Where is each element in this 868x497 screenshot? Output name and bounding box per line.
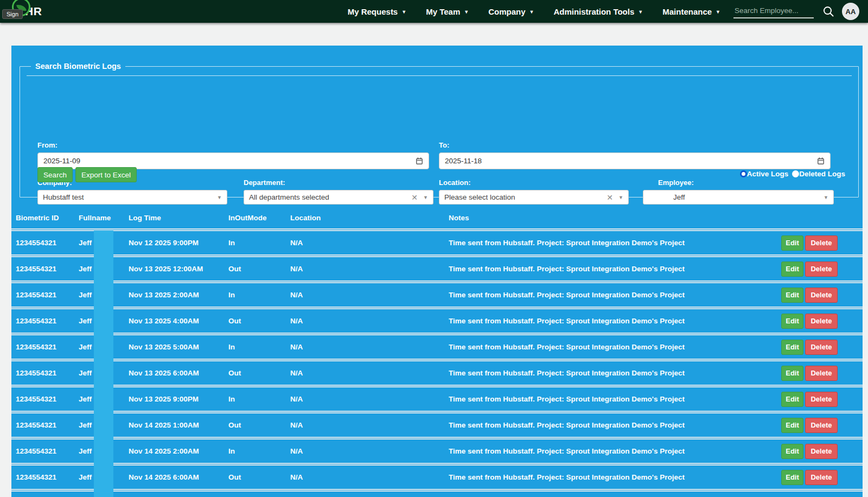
nav-label: Administration Tools bbox=[553, 7, 634, 16]
chevron-down-icon: ▼ bbox=[716, 9, 720, 15]
cell-fullname: Jeff bbox=[79, 447, 129, 455]
edit-button[interactable]: Edit bbox=[781, 340, 803, 355]
from-date-value: 2025-11-09 bbox=[43, 157, 80, 165]
delete-button[interactable]: Delete bbox=[805, 444, 838, 459]
delete-button[interactable]: Delete bbox=[805, 288, 838, 303]
nav-maintenance[interactable]: Maintenance ▼ bbox=[655, 7, 728, 16]
department-value: All departments selected bbox=[249, 193, 411, 201]
export-to-excel-button[interactable]: Export to Excel bbox=[75, 167, 137, 182]
cell-biometric-id: 1234554321 bbox=[16, 239, 79, 247]
table-header-row: Biometric ID Fullname Log Time InOutMode… bbox=[11, 207, 863, 228]
cell-inoutmode: In bbox=[228, 291, 290, 299]
cell-fullname: Jeff bbox=[79, 239, 129, 247]
active-logs-radio[interactable] bbox=[740, 170, 747, 177]
col-header-biometric-id: Biometric ID bbox=[16, 214, 79, 222]
col-header-location: Location bbox=[290, 214, 449, 222]
chevron-down-icon: ▼ bbox=[638, 9, 643, 15]
deleted-logs-label: Deleted Logs bbox=[799, 170, 845, 178]
delete-button[interactable]: Delete bbox=[805, 366, 838, 381]
chevron-down-icon: ▼ bbox=[401, 9, 406, 15]
chevron-down-icon: ▼ bbox=[529, 9, 534, 15]
cell-log-time: Nov 14 2025 2:00AM bbox=[129, 447, 228, 455]
delete-button[interactable]: Delete bbox=[805, 418, 838, 433]
app-header: Sign HR My Requests ▼ My Team ▼ Company … bbox=[0, 0, 868, 23]
location-select[interactable]: Please select location ✕ ▼ bbox=[439, 190, 629, 205]
table-row: 1234554321 Jeff Nov 14 2025 6:00AM Out N… bbox=[11, 463, 863, 489]
cell-log-time: Nov 13 2025 5:00AM bbox=[129, 343, 228, 351]
delete-button[interactable]: Delete bbox=[805, 262, 838, 277]
cell-inoutmode: Out bbox=[228, 473, 290, 481]
avatar[interactable]: AA bbox=[842, 3, 859, 20]
table-row: 1234554321 Jeff Nov 13 2025 6:00AM Out N… bbox=[11, 359, 863, 385]
edit-button[interactable]: Edit bbox=[781, 444, 803, 459]
cell-notes: Time sent from Hubstaff. Project: Sprout… bbox=[449, 317, 756, 325]
calendar-icon[interactable] bbox=[817, 157, 825, 165]
edit-button[interactable]: Edit bbox=[781, 235, 803, 251]
delete-button[interactable]: Delete bbox=[805, 340, 838, 355]
cell-fullname: Jeff bbox=[79, 265, 129, 273]
logo-alt-badge: Sign bbox=[2, 9, 23, 19]
department-select[interactable]: All departments selected ✕ ▼ bbox=[244, 190, 433, 205]
delete-button[interactable]: Delete bbox=[805, 314, 838, 329]
employee-label: Employee: bbox=[658, 179, 694, 187]
cell-location: N/A bbox=[290, 473, 449, 481]
edit-button[interactable]: Edit bbox=[781, 314, 803, 329]
cell-fullname: Jeff bbox=[79, 421, 129, 429]
calendar-icon[interactable] bbox=[416, 157, 423, 165]
cell-location: N/A bbox=[290, 239, 449, 247]
cell-notes: Time sent from Hubstaff. Project: Sprout… bbox=[449, 265, 756, 273]
edit-button[interactable]: Edit bbox=[781, 366, 803, 381]
search-icon[interactable] bbox=[822, 5, 834, 17]
to-date-input[interactable]: 2025-11-18 bbox=[439, 152, 831, 169]
cell-location: N/A bbox=[290, 421, 449, 429]
deleted-logs-radio[interactable] bbox=[792, 170, 799, 177]
nav-label: Company bbox=[488, 7, 525, 16]
cell-inoutmode: Out bbox=[228, 265, 290, 273]
search-button[interactable]: Search bbox=[37, 167, 73, 182]
chevron-down-icon: ▼ bbox=[824, 195, 828, 200]
delete-button[interactable]: Delete bbox=[805, 235, 838, 251]
col-header-log-time: Log Time bbox=[129, 214, 228, 222]
delete-button[interactable]: Delete bbox=[805, 392, 838, 407]
chevron-down-icon: ▼ bbox=[618, 195, 623, 200]
main-nav: My Requests ▼ My Team ▼ Company ▼ Admini… bbox=[340, 7, 728, 16]
cell-location: N/A bbox=[290, 291, 449, 299]
company-select[interactable]: Hubstaff test ▼ bbox=[37, 190, 227, 205]
edit-button[interactable]: Edit bbox=[781, 418, 803, 433]
nav-my-team[interactable]: My Team ▼ bbox=[418, 7, 476, 16]
edit-button[interactable]: Edit bbox=[781, 262, 803, 277]
nav-label: My Requests bbox=[348, 7, 398, 16]
cell-notes: Time sent from Hubstaff. Project: Sprout… bbox=[449, 343, 756, 351]
cell-biometric-id: 1234554321 bbox=[16, 343, 79, 351]
cell-fullname: Jeff bbox=[79, 369, 129, 377]
cell-biometric-id: 1234554321 bbox=[16, 317, 79, 325]
cell-inoutmode: Out bbox=[228, 421, 290, 429]
cell-log-time: Nov 13 2025 6:00AM bbox=[129, 369, 228, 377]
cell-fullname: Jeff bbox=[79, 343, 129, 351]
cell-biometric-id: 1234554321 bbox=[16, 395, 79, 403]
cell-location: N/A bbox=[290, 369, 449, 377]
employee-search-input[interactable] bbox=[733, 4, 814, 18]
delete-button[interactable]: Delete bbox=[805, 470, 838, 485]
cell-inoutmode: In bbox=[228, 395, 290, 403]
nav-label: My Team bbox=[426, 7, 460, 16]
employee-search bbox=[733, 4, 814, 18]
table-row: 1234554321 Jeff Nov 13 2025 5:00AM In N/… bbox=[11, 333, 863, 359]
cell-inoutmode: In bbox=[228, 447, 290, 455]
location-label: Location: bbox=[439, 179, 471, 187]
biometric-logs-table: Biometric ID Fullname Log Time InOutMode… bbox=[11, 207, 863, 497]
nav-administration-tools[interactable]: Administration Tools ▼ bbox=[546, 7, 650, 16]
clear-icon[interactable]: ✕ bbox=[607, 193, 613, 202]
edit-button[interactable]: Edit bbox=[781, 392, 803, 407]
edit-button[interactable]: Edit bbox=[781, 470, 803, 485]
edit-button[interactable]: Edit bbox=[781, 288, 803, 303]
employee-select[interactable]: Jeff ▼ bbox=[643, 190, 834, 205]
cell-location: N/A bbox=[290, 343, 449, 351]
nav-my-requests[interactable]: My Requests ▼ bbox=[340, 7, 414, 16]
nav-company[interactable]: Company ▼ bbox=[481, 7, 541, 16]
cell-biometric-id: 1234554321 bbox=[16, 473, 79, 481]
cell-log-time: Nov 14 2025 1:00AM bbox=[129, 421, 228, 429]
app-logo[interactable]: Sign bbox=[0, 0, 43, 23]
clear-icon[interactable]: ✕ bbox=[411, 193, 418, 202]
cell-notes: Time sent from Hubstaff. Project: Sprout… bbox=[449, 473, 756, 481]
